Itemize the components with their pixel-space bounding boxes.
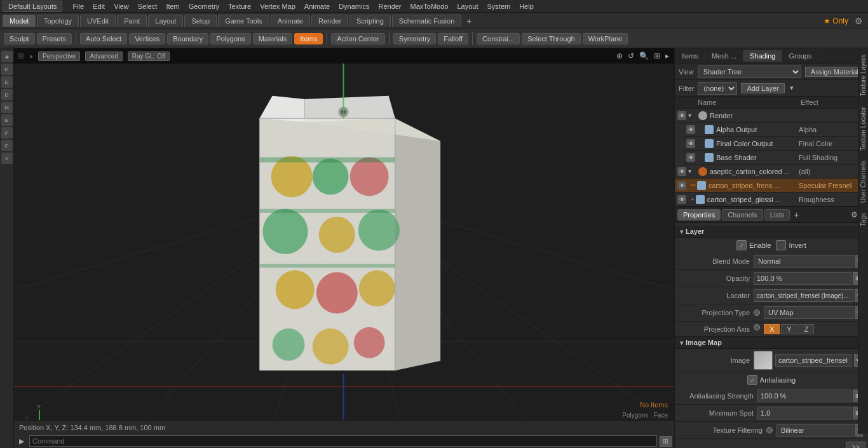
y-axis-button[interactable]: Y <box>781 324 797 334</box>
sidebar-icon-5[interactable]: M <box>1 102 13 113</box>
vertices-button[interactable]: Vertices <box>129 33 165 44</box>
blend-mode-display[interactable]: Normal <box>754 255 853 268</box>
layer-baseshader[interactable]: 👁 Base Shader Full Shading ▾ <box>684 151 868 165</box>
eye-finalcolor[interactable]: 👁 <box>686 139 695 148</box>
sidebar-icon-2[interactable]: D <box>1 64 13 75</box>
tab-setup[interactable]: Setup <box>184 15 217 27</box>
eye-aseptic[interactable]: 👁 <box>677 167 686 176</box>
workplane-button[interactable]: WorkPlane <box>583 33 628 44</box>
menu-select[interactable]: Select <box>134 2 161 11</box>
layer-finalcolor[interactable]: 👁 Final Color Output Final Color ▾ <box>684 137 868 151</box>
antialias-strength-input[interactable] <box>757 390 851 402</box>
menu-help[interactable]: Help <box>515 2 538 11</box>
add-layer-button[interactable]: Add Layer <box>741 83 784 93</box>
advanced-button[interactable]: Advanced <box>85 51 122 61</box>
star-only-button[interactable]: ★ Only <box>821 17 851 25</box>
image-name-display[interactable]: carton_striped_frensel <box>775 354 851 367</box>
section-expand-icon[interactable]: ▾ <box>680 228 683 235</box>
invert-checkbox[interactable]: ✓ <box>776 240 786 250</box>
sidebar-icon-7[interactable]: P <box>1 127 13 139</box>
tab-render[interactable]: Render <box>311 15 348 27</box>
sidebar-icon-6[interactable]: E <box>1 114 13 126</box>
tab-animate[interactable]: Animate <box>271 15 310 27</box>
presets-button[interactable]: Presets <box>37 33 72 44</box>
eye-alpha[interactable]: 👁 <box>686 125 695 134</box>
tab-scripting[interactable]: Scripting <box>349 15 391 27</box>
menu-view[interactable]: View <box>110 2 133 11</box>
edge-tab-texture-layers[interactable]: Texture Layers <box>858 51 868 100</box>
expand-button[interactable]: >> <box>846 442 865 448</box>
antialiasing-checkbox[interactable]: ✓ <box>747 375 757 385</box>
sidebar-icon-9[interactable]: V <box>1 153 13 164</box>
enable-checkbox[interactable]: ✓ <box>736 240 747 250</box>
items-button[interactable]: Items <box>294 33 323 44</box>
cmd-exec-button[interactable]: ⊞ <box>660 436 672 447</box>
tab-uvedit[interactable]: UVEdit <box>80 15 116 27</box>
menu-edit[interactable]: Edit <box>89 2 109 11</box>
opacity-input[interactable] <box>754 272 851 285</box>
layouts-dropdown[interactable]: Default Layouts <box>3 1 62 12</box>
vp-icon-5[interactable]: ▸ <box>664 50 670 62</box>
tab-schematic[interactable]: Schematic Fusion <box>392 15 461 27</box>
shader-tree-select[interactable]: Shader Tree <box>698 65 801 78</box>
axis-radio[interactable] <box>754 324 760 330</box>
vp-icon-2[interactable]: ↺ <box>627 50 635 62</box>
tab-gametools[interactable]: Game Tools <box>218 15 269 27</box>
menu-layout[interactable]: Layout <box>453 2 482 11</box>
sidebar-icon-1[interactable]: ◈ <box>1 51 13 62</box>
command-input[interactable] <box>29 435 657 447</box>
layer-glossi[interactable]: 👁 + carton_striped_glossi ... Roughness … <box>675 193 868 207</box>
rp-tab-groups[interactable]: Groups <box>782 50 818 62</box>
rp-tab-items[interactable]: Items <box>675 50 705 62</box>
expand-aseptic[interactable]: ▾ <box>688 168 696 175</box>
expand-render[interactable]: ▾ <box>688 112 696 119</box>
add-prop-button[interactable]: + <box>791 210 801 220</box>
falloff-button[interactable]: Falloff <box>438 33 468 44</box>
settings-button[interactable]: ⚙ <box>852 16 865 26</box>
eye-glossi[interactable]: 👁 <box>677 195 686 204</box>
x-axis-button[interactable]: X <box>764 324 780 334</box>
assign-material-button[interactable]: Assign Material <box>805 67 864 77</box>
prop-settings-btn[interactable]: ⚙ <box>851 210 858 219</box>
prop-tab-properties[interactable]: Properties <box>677 209 721 221</box>
eye-render[interactable]: 👁 <box>677 111 686 120</box>
tab-paint[interactable]: Paint <box>117 15 147 27</box>
raygl-button[interactable]: Ray GL: Off <box>128 51 170 61</box>
vp-icon-1[interactable]: ⊕ <box>615 50 624 62</box>
edge-tab-texture-locator[interactable]: Texture Locator <box>858 103 868 154</box>
filter-select[interactable]: (none) <box>698 82 737 95</box>
viewport[interactable]: ⊞ ● Perspective Advanced Ray GL: Off ⊕ ↺… <box>14 48 674 448</box>
layer-render[interactable]: 👁 ▾ Render ▾ <box>675 109 868 123</box>
tab-model[interactable]: Model <box>3 15 36 27</box>
menu-item[interactable]: Item <box>162 2 183 11</box>
edge-tab-user-channels[interactable]: User Channels <box>858 157 868 207</box>
vp-icon-4[interactable]: ⊞ <box>653 50 661 62</box>
locator-display[interactable]: carton_striped_frensel (Image)... <box>754 289 853 302</box>
tex-filter-display[interactable]: Bilinear <box>776 424 853 437</box>
sidebar-icon-3[interactable]: D <box>1 76 13 88</box>
menu-maxtomodo[interactable]: MaxToModo <box>407 2 452 11</box>
tab-topology[interactable]: Topology <box>37 15 79 27</box>
layer-aseptic[interactable]: 👁 ▾ aseptic_carton_colored ... (all) ▾ <box>675 165 868 179</box>
proj-radio[interactable] <box>754 309 760 316</box>
proj-type-display[interactable]: UV Map <box>764 306 853 319</box>
rp-tab-shading[interactable]: Shading <box>743 50 782 62</box>
symmetry-button[interactable]: Symmetry <box>393 33 437 44</box>
sidebar-icon-8[interactable]: C <box>1 140 13 151</box>
select-through-button[interactable]: Select Through <box>522 33 580 44</box>
prop-tab-channels[interactable]: Channels <box>722 209 763 221</box>
menu-animate[interactable]: Animate <box>301 2 334 11</box>
tab-layout[interactable]: Layout <box>148 15 183 27</box>
edge-tab-tags[interactable]: Tags <box>858 209 868 230</box>
menu-geometry[interactable]: Geometry <box>185 2 223 11</box>
eye-baseshader[interactable]: 👁 <box>686 153 695 162</box>
materials-button[interactable]: Materials <box>253 33 293 44</box>
add-tab-button[interactable]: + <box>463 16 475 26</box>
menu-dynamics[interactable]: Dynamics <box>335 2 373 11</box>
z-axis-button[interactable]: Z <box>799 324 815 334</box>
constrain-button[interactable]: Constrai... <box>477 33 520 44</box>
boundary-button[interactable]: Boundary <box>167 33 208 44</box>
menu-render[interactable]: Render <box>374 2 405 11</box>
min-spot-input[interactable] <box>757 407 851 419</box>
sidebar-icon-4[interactable]: D <box>1 89 13 100</box>
